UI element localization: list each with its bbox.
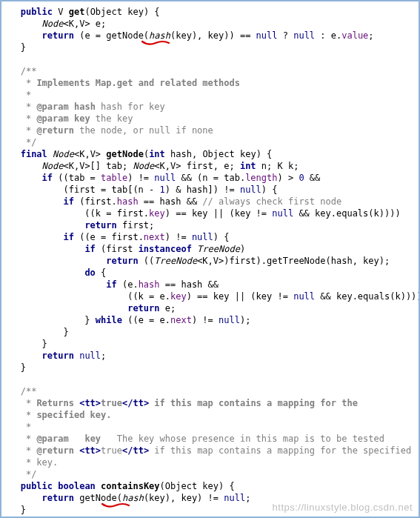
line: if (first.hash == hash && // always chec…: [4, 196, 341, 207]
watermark: https://linuxstyle.blog.csdn.net: [273, 502, 413, 514]
line: if (e.hash == hash &&: [4, 279, 219, 290]
line: return e;: [4, 303, 176, 313]
line: * Implements Map.get and related methods: [4, 78, 240, 88]
line: Node<K,V> e;: [4, 19, 106, 29]
line: * @return the node, or null if none: [4, 125, 213, 136]
line: * @param hash hash for key: [4, 102, 165, 112]
line: * @param key the key: [4, 113, 133, 124]
line: * @return <tt>true</tt> if this map cont…: [4, 445, 411, 456]
line: } while ((e = e.next) != null);: [4, 315, 250, 325]
line: if ((tab = table) != null && (n = tab.le…: [4, 173, 320, 183]
line: public boolean containsKey(Object key) {: [4, 481, 235, 491]
line: do {: [4, 268, 106, 278]
line: }: [4, 362, 26, 373]
line: */: [4, 137, 36, 147]
line: * key.: [4, 457, 58, 468]
line: if ((e = first.next) != null) {: [4, 232, 229, 242]
line: /**: [4, 66, 36, 76]
code-viewport: public V get(Object key) { Node<K,V> e; …: [0, 0, 420, 518]
line: public V get(Object key) {: [4, 7, 160, 17]
code-block: public V get(Object key) { Node<K,V> e; …: [1, 1, 419, 516]
line: ((k = e.key) == key || (key != null && k…: [4, 291, 420, 302]
line: final Node<K,V> getNode(int hash, Object…: [4, 149, 272, 159]
line: }: [4, 327, 69, 337]
line: }: [4, 339, 47, 349]
line: return (e = getNode(hash(key), key)) == …: [4, 30, 374, 41]
line: * specified key.: [4, 410, 112, 420]
line: }: [4, 505, 26, 515]
line: (first = tab[(n - 1) & hash]) != null) {: [4, 185, 278, 195]
line: Node<K,V>[] tab; Node<K,V> first, e; int…: [4, 161, 299, 171]
line: return getNode(hash(key), key) != null;: [4, 493, 250, 503]
line: return first;: [4, 220, 154, 230]
line: return null;: [4, 351, 106, 361]
line: if (first instanceof TreeNode): [4, 244, 245, 254]
line: /**: [4, 386, 36, 396]
line: * @param key The key whose presence in t…: [4, 434, 384, 444]
line: ((k = first.key) == key || (key != null …: [4, 208, 401, 219]
line: *: [4, 422, 31, 432]
line: * Returns <tt>true</tt> if this map cont…: [4, 398, 358, 408]
line: return ((TreeNode<K,V>)first).getTreeNod…: [4, 256, 390, 266]
line: }: [4, 42, 26, 53]
line: */: [4, 469, 36, 479]
line: *: [4, 90, 31, 100]
